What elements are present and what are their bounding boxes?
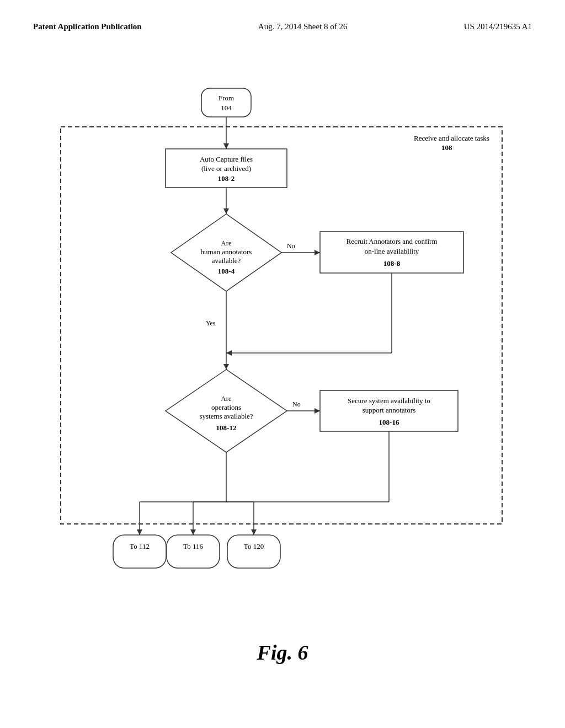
box-108-2-text2: (live or archived) [201, 164, 251, 173]
box-108-2-label: 108-2 [218, 174, 234, 183]
no-label-2: No [292, 400, 301, 408]
arrowhead-merge1 [226, 350, 232, 356]
page-header: Patent Application Publication Aug. 7, 2… [0, 0, 565, 31]
from-104-text: From [218, 94, 234, 102]
diamond-108-12-text1: Are [221, 394, 232, 403]
diamond-108-4-text3: available? [212, 256, 241, 265]
box-108-16-label: 108-16 [379, 418, 399, 426]
flowchart-svg: Receive and allocate tasks 108 From 104 … [0, 83, 565, 607]
box-108-16-text1: Secure system availability to [348, 397, 430, 405]
arrowhead-112 [137, 529, 142, 535]
arrowhead-no-2 [315, 408, 320, 414]
from-104-number: 104 [221, 104, 232, 112]
arrowhead-no-1 [315, 250, 320, 255]
to-116-node [167, 535, 220, 568]
fig-label: Fig. 6 [257, 641, 308, 664]
box-108-8-text1: Recruit Annotators and confirm [347, 237, 438, 245]
diamond-108-4-label: 108-4 [218, 267, 235, 275]
box-108-16-text2: support annotators [363, 406, 415, 414]
figure-caption: Fig. 6 [0, 640, 565, 665]
publication-date-sheet: Aug. 7, 2014 Sheet 8 of 26 [258, 22, 348, 31]
arrowhead-1 [223, 143, 229, 149]
no-label-1: No [287, 242, 295, 250]
arrowhead-3 [223, 364, 229, 370]
diamond-108-12-label: 108-12 [216, 424, 237, 432]
publication-title: Patent Application Publication [33, 22, 142, 31]
diamond-108-12-text2: operations [211, 403, 241, 411]
box-108-8-label: 108-8 [383, 259, 401, 267]
diamond-108-12-text3: systems available? [199, 412, 253, 420]
yes-label: Yes [206, 319, 216, 327]
diagram-area: Receive and allocate tasks 108 From 104 … [0, 83, 565, 607]
to-120-text-top: To 120 [244, 542, 264, 550]
patent-number: US 2014/219635 A1 [464, 22, 532, 31]
to-112-node [113, 535, 166, 568]
diamond-108-4-text2: human annotators [201, 248, 252, 256]
to-120-node [227, 535, 280, 568]
outer-label-number: 108 [441, 143, 452, 152]
outer-label-text: Receive and allocate tasks [414, 134, 489, 142]
arrowhead-2 [223, 208, 229, 214]
arrowhead-120 [251, 529, 257, 535]
diamond-108-4-text1: Are [221, 239, 232, 247]
to-116-text-top: To 116 [183, 542, 203, 550]
from-104-node [201, 88, 251, 117]
to-112-text-top: To 112 [130, 542, 150, 550]
box-108-2-text1: Auto Capture files [200, 155, 253, 163]
arrowhead-116 [190, 529, 196, 535]
box-108-8-text2: on-line availability [365, 247, 419, 255]
